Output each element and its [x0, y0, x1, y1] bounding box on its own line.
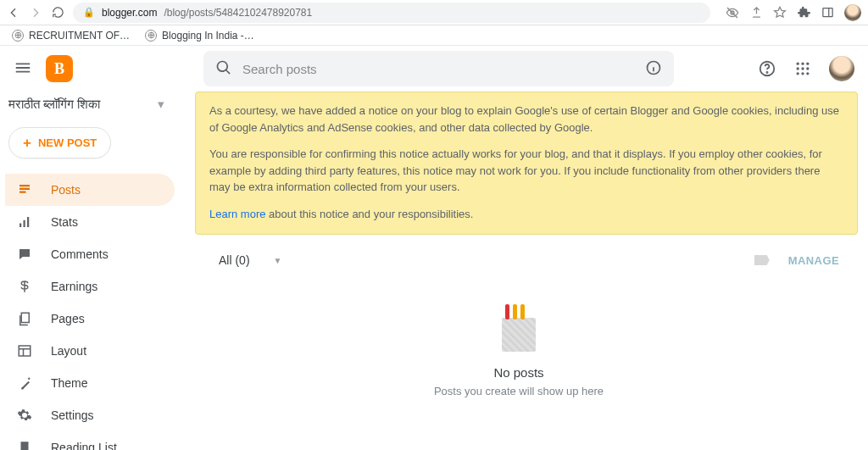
sidebar-item-pages[interactable]: Pages: [5, 303, 175, 335]
search-input[interactable]: [242, 62, 635, 76]
sidebar-item-layout[interactable]: Layout: [5, 335, 175, 367]
sidebar-item-settings[interactable]: Settings: [5, 399, 175, 431]
layout-icon: [17, 343, 32, 358]
sidebar-item-theme[interactable]: Theme: [5, 367, 175, 399]
reload-icon[interactable]: [51, 6, 64, 19]
back-icon[interactable]: [7, 6, 20, 19]
bookmark-item[interactable]: RECRUITMENT OF…: [12, 30, 130, 42]
sidebar-item-posts[interactable]: Posts: [5, 174, 175, 206]
search-icon: [215, 59, 232, 79]
sidebar-item-earnings[interactable]: Earnings: [5, 270, 175, 303]
help-icon[interactable]: [758, 59, 776, 78]
bookmark-label: RECRUITMENT OF…: [29, 30, 130, 42]
pages-icon: [17, 311, 32, 326]
extensions-icon[interactable]: [797, 6, 810, 19]
profile-avatar-browser[interactable]: [844, 4, 861, 21]
menu-icon[interactable]: [14, 58, 34, 79]
bookmark-label: Blogging In India -…: [162, 30, 254, 42]
learn-more-link[interactable]: Learn more: [209, 208, 265, 220]
star-icon[interactable]: [773, 6, 787, 19]
empty-subtitle: Posts you create will show up here: [434, 385, 604, 397]
svg-rect-1: [822, 8, 832, 17]
new-post-label: NEW POST: [38, 136, 97, 149]
posts-toolbar: All (0) ▼ MANAGE: [180, 242, 858, 272]
svg-point-14: [801, 72, 804, 75]
bookmark-item[interactable]: Blogging In India -…: [145, 30, 254, 42]
lock-icon: 🔒: [83, 7, 95, 18]
sidebar-label: Settings: [51, 408, 94, 422]
svg-rect-17: [19, 346, 31, 356]
globe-icon: [12, 30, 24, 42]
forward-icon[interactable]: [29, 6, 42, 19]
sidebar-item-stats[interactable]: Stats: [5, 206, 175, 238]
sidebar-label: Comments: [51, 247, 108, 261]
empty-state: No posts Posts you create will show up h…: [180, 318, 858, 397]
earnings-icon: [17, 279, 32, 294]
svg-point-9: [806, 63, 809, 65]
notice-paragraph: You are responsible for confirming this …: [209, 146, 843, 196]
sidebar-item-reading-list[interactable]: Reading List: [5, 431, 175, 450]
chevron-down-icon: ▾: [158, 97, 164, 112]
url-host: blogger.com: [102, 7, 157, 19]
browser-actions: [719, 4, 861, 21]
panel-icon[interactable]: [821, 6, 834, 19]
sidebar-label: Layout: [51, 344, 86, 358]
info-icon[interactable]: [645, 59, 662, 79]
bookmark-icon: [17, 440, 32, 450]
search-bar[interactable]: [203, 51, 674, 86]
sidebar-item-comments[interactable]: Comments: [5, 238, 175, 270]
manage-button[interactable]: MANAGE: [788, 254, 839, 267]
sidebar-label: Reading List: [51, 441, 117, 450]
sidebar-label: Theme: [51, 376, 88, 390]
svg-point-13: [797, 72, 799, 75]
sidebar-label: Posts: [51, 183, 81, 197]
posts-icon: [17, 182, 32, 197]
comments-icon: [17, 247, 32, 262]
stats-icon: [17, 214, 32, 230]
svg-point-12: [806, 67, 809, 69]
notice-paragraph: Learn more about this notice and your re…: [209, 206, 843, 223]
filter-label: All (0): [219, 253, 250, 267]
svg-point-6: [766, 72, 767, 73]
apps-grid-icon[interactable]: [793, 59, 812, 78]
account-avatar[interactable]: [829, 56, 854, 81]
filter-dropdown[interactable]: All (0) ▼: [219, 253, 281, 267]
svg-point-8: [801, 63, 804, 65]
svg-point-15: [806, 72, 809, 75]
main-content: As a courtesy, we have added a notice on…: [180, 92, 868, 450]
new-post-button[interactable]: + NEW POST: [8, 127, 111, 158]
sidebar: मराठीत ब्लॉगिंग शिका ▾ + NEW POST Posts …: [0, 92, 180, 450]
blogger-logo[interactable]: B: [46, 55, 73, 82]
chevron-down-icon: ▼: [274, 256, 282, 265]
theme-icon: [17, 375, 32, 391]
cookie-notice: As a courtesy, we have added a notice on…: [195, 92, 858, 235]
browser-toolbar: 🔒 blogger.com/blog/posts/548421024789207…: [0, 0, 868, 25]
sidebar-label: Stats: [51, 215, 78, 229]
notice-paragraph: As a courtesy, we have added a notice on…: [209, 103, 843, 136]
app-header: B: [0, 46, 868, 92]
empty-illustration: [502, 318, 536, 352]
sidebar-label: Earnings: [51, 280, 97, 293]
bookmarks-bar: RECRUITMENT OF… Blogging In India -…: [0, 25, 868, 46]
empty-title: No posts: [493, 365, 543, 380]
svg-point-11: [801, 67, 804, 69]
svg-point-7: [797, 63, 799, 65]
svg-rect-16: [21, 313, 29, 322]
label-icon[interactable]: [754, 255, 770, 265]
sidebar-label: Pages: [51, 312, 85, 325]
blog-name: मराठीत ब्लॉगिंग शिका: [8, 97, 100, 112]
globe-icon: [145, 30, 157, 42]
svg-point-10: [797, 67, 799, 69]
blog-selector[interactable]: मराठीत ब्लॉगिंग शिका ▾: [5, 92, 175, 122]
share-icon[interactable]: [749, 6, 763, 19]
gear-icon: [17, 408, 32, 423]
notice-tail: about this notice and your responsibilit…: [265, 208, 473, 220]
url-path: /blog/posts/54842102478920781: [164, 7, 312, 19]
address-bar[interactable]: 🔒 blogger.com/blog/posts/548421024789207…: [73, 3, 710, 23]
eye-off-icon[interactable]: [726, 6, 739, 19]
